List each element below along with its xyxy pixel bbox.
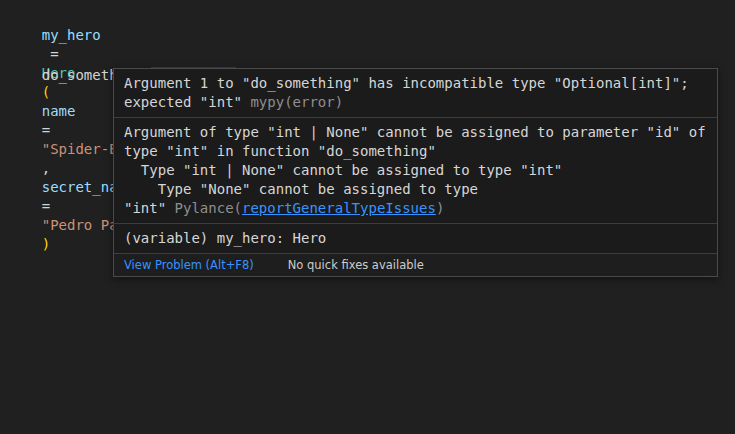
pylance-source-close: ) xyxy=(436,200,444,216)
pylance-message-line-2: type "int" in function "do_something" xyxy=(124,142,707,161)
pylance-source-label: Pylance( xyxy=(175,200,242,216)
pylance-message-text: "int" xyxy=(124,200,175,216)
mypy-source-label: mypy(error) xyxy=(250,94,343,110)
mypy-message-line-1: Argument 1 to "do_something" has incompa… xyxy=(124,74,707,93)
hover-status-bar: View Problem (Alt+F8) No quick fixes ava… xyxy=(114,253,717,276)
token-comma: , xyxy=(42,160,59,176)
token-close-paren: ) xyxy=(42,236,50,252)
mypy-message-text: expected "int" xyxy=(124,94,250,110)
mypy-diagnostic-section: Argument 1 to "do_something" has incompa… xyxy=(114,69,717,117)
pylance-message-line-3: Type "int | None" cannot be assigned to … xyxy=(124,161,707,180)
token-eq: = xyxy=(42,122,50,138)
token-eq: = xyxy=(42,198,50,214)
pylance-diagnostic-section: Argument of type "int | None" cannot be … xyxy=(114,118,717,223)
no-quick-fixes-label: No quick fixes available xyxy=(288,258,424,272)
token-arg-name: name xyxy=(42,103,76,119)
variable-info-section: (variable) my_hero: Hero xyxy=(114,224,717,253)
pylance-message-line-4: Type "None" cannot be assigned to type xyxy=(124,180,707,199)
mypy-message-line-2: expected "int" mypy(error) xyxy=(124,93,707,112)
variable-type-info: (variable) my_hero: Hero xyxy=(124,229,707,248)
diagnostic-hover-tooltip: Argument 1 to "do_something" has incompa… xyxy=(113,68,718,277)
pylance-message-line-1: Argument of type "int | None" cannot be … xyxy=(124,123,707,142)
code-editor[interactable]: my_hero = Hero ( name = "Spider-Boy" , s… xyxy=(0,0,735,434)
view-problem-link[interactable]: View Problem (Alt+F8) xyxy=(124,258,254,272)
pylance-message-line-5: "int" Pylance(reportGeneralTypeIssues) xyxy=(124,199,707,218)
token-variable: my_hero xyxy=(42,27,101,43)
pylance-rule-link[interactable]: reportGeneralTypeIssues xyxy=(242,200,436,216)
